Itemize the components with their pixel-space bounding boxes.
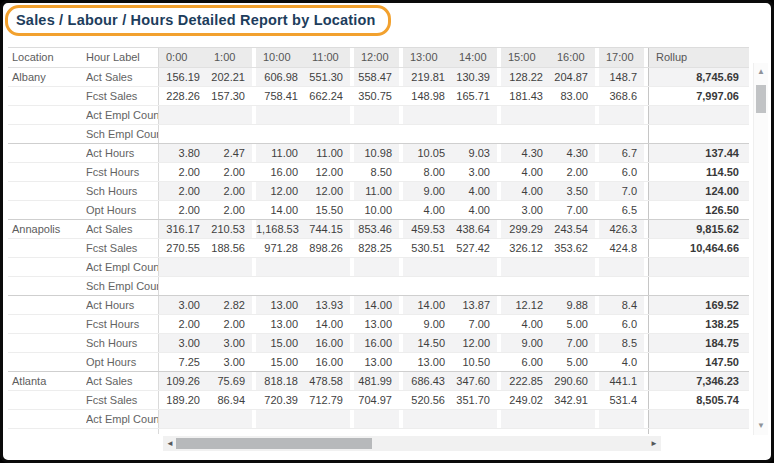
cell-value bbox=[550, 277, 599, 295]
vertical-scrollbar[interactable]: ▲ ▼ bbox=[753, 63, 768, 435]
cell-value: 4.00 bbox=[452, 182, 501, 200]
cell-value: 368.6 bbox=[599, 87, 648, 105]
cell-value: 898.26 bbox=[305, 239, 354, 257]
cell-value: 3.00 bbox=[158, 296, 207, 314]
cell-value: 3.00 bbox=[158, 334, 207, 352]
cell-value bbox=[207, 277, 256, 295]
scroll-left-icon[interactable]: ◄ bbox=[163, 436, 177, 451]
horizontal-scroll-thumb[interactable] bbox=[176, 438, 372, 449]
column-header-hour: 12:00 bbox=[354, 48, 403, 67]
table-row: Act Empl Count bbox=[8, 410, 749, 429]
cell-value: 2.00 bbox=[158, 163, 207, 181]
cell-value: 4.00 bbox=[452, 201, 501, 219]
cell-value: 720.39 bbox=[256, 391, 305, 409]
cell-value bbox=[354, 106, 403, 124]
cell-value bbox=[354, 258, 403, 276]
cell-value bbox=[403, 106, 452, 124]
cell-value: 299.29 bbox=[501, 220, 550, 238]
cell-value: 7.0 bbox=[599, 182, 648, 200]
cell-value: 128.22 bbox=[501, 68, 550, 86]
cell-value: 704.97 bbox=[354, 391, 403, 409]
cell-value: 109.26 bbox=[158, 372, 207, 390]
cell-value: 219.81 bbox=[403, 68, 452, 86]
metric-label: Sch Empl Count bbox=[86, 125, 158, 143]
cell-value bbox=[501, 258, 550, 276]
vertical-scroll-thumb[interactable] bbox=[756, 85, 766, 113]
cell-value bbox=[501, 125, 550, 143]
cell-value: 16.00 bbox=[305, 353, 354, 371]
cell-value bbox=[158, 277, 207, 295]
cell-rollup-value: 7,997.06 bbox=[648, 87, 749, 105]
cell-value bbox=[403, 429, 452, 434]
column-header-hour-label: Hour Label bbox=[86, 48, 158, 67]
cell-value: 7.00 bbox=[550, 334, 599, 352]
cell-value: 3.00 bbox=[207, 334, 256, 352]
cell-value: 14.00 bbox=[403, 296, 452, 314]
cell-value bbox=[452, 410, 501, 428]
table-row: Fcst Sales228.26157.30758.41662.24350.75… bbox=[8, 87, 749, 106]
cell-value: 350.75 bbox=[354, 87, 403, 105]
cell-value bbox=[305, 258, 354, 276]
metric-label: Act Empl Count bbox=[86, 258, 158, 276]
cell-value: 606.98 bbox=[256, 68, 305, 86]
cell-value: 4.00 bbox=[501, 315, 550, 333]
cell-rollup-value: 7,346.23 bbox=[648, 372, 749, 390]
metric-label: Sch Hours bbox=[86, 182, 158, 200]
cell-value: 712.79 bbox=[305, 391, 354, 409]
cell-value: 424.8 bbox=[599, 239, 648, 257]
cell-value: 426.3 bbox=[599, 220, 648, 238]
cell-value: 2.00 bbox=[207, 182, 256, 200]
cell-value: 16.00 bbox=[354, 334, 403, 352]
cell-value: 13.00 bbox=[354, 353, 403, 371]
cell-rollup-value: 114.50 bbox=[648, 163, 749, 181]
cell-value bbox=[207, 410, 256, 428]
metric-label: Act Empl Count bbox=[86, 410, 158, 428]
horizontal-scrollbar[interactable]: ◄ ► bbox=[163, 436, 661, 451]
cell-value: 13.00 bbox=[256, 315, 305, 333]
cell-value: 12.00 bbox=[305, 182, 354, 200]
cell-value: 531.4 bbox=[599, 391, 648, 409]
cell-value: 744.15 bbox=[305, 220, 354, 238]
cell-value: 2.00 bbox=[207, 315, 256, 333]
location-name bbox=[8, 239, 86, 257]
metric-label: Opt Hours bbox=[86, 353, 158, 371]
cell-value: 441.1 bbox=[599, 372, 648, 390]
cell-value: 4.30 bbox=[501, 144, 550, 162]
cell-value: 9.88 bbox=[550, 296, 599, 314]
location-name bbox=[8, 410, 86, 428]
scroll-right-icon[interactable]: ► bbox=[647, 436, 661, 451]
metric-label: Fcst Sales bbox=[86, 87, 158, 105]
cell-rollup-value: 126.50 bbox=[648, 201, 749, 219]
report-table: LocationHour Label0:001:0010:0011:0012:0… bbox=[8, 47, 749, 434]
metric-label: Opt Hours bbox=[86, 201, 158, 219]
cell-value: 12.00 bbox=[452, 334, 501, 352]
location-name bbox=[8, 201, 86, 219]
cell-value: 828.25 bbox=[354, 239, 403, 257]
cell-value: 2.82 bbox=[207, 296, 256, 314]
location-name bbox=[8, 258, 86, 276]
table-row: Fcst Sales189.2086.94720.39712.79704.975… bbox=[8, 391, 749, 410]
cell-value: 6.00 bbox=[501, 353, 550, 371]
cell-value bbox=[207, 106, 256, 124]
cell-value: 353.62 bbox=[550, 239, 599, 257]
scroll-down-icon[interactable]: ▼ bbox=[754, 419, 768, 433]
cell-value: 16.00 bbox=[305, 334, 354, 352]
cell-value: 10.98 bbox=[354, 144, 403, 162]
cell-value: 551.30 bbox=[305, 68, 354, 86]
table-row: Sch Empl Count bbox=[8, 125, 749, 144]
cell-rollup-value bbox=[648, 277, 749, 295]
cell-value: 347.60 bbox=[452, 372, 501, 390]
cell-value: 189.20 bbox=[158, 391, 207, 409]
scroll-up-icon[interactable]: ▲ bbox=[754, 65, 768, 79]
cell-rollup-value bbox=[648, 125, 749, 143]
cell-value: 165.71 bbox=[452, 87, 501, 105]
location-name bbox=[8, 182, 86, 200]
cell-value: 14.50 bbox=[403, 334, 452, 352]
metric-label: Act Sales bbox=[86, 372, 158, 390]
cell-value: 11.00 bbox=[354, 182, 403, 200]
metric-label: Act Sales bbox=[86, 68, 158, 86]
cell-value bbox=[354, 277, 403, 295]
cell-value: 10.50 bbox=[452, 353, 501, 371]
cell-value bbox=[599, 277, 648, 295]
cell-value bbox=[599, 258, 648, 276]
